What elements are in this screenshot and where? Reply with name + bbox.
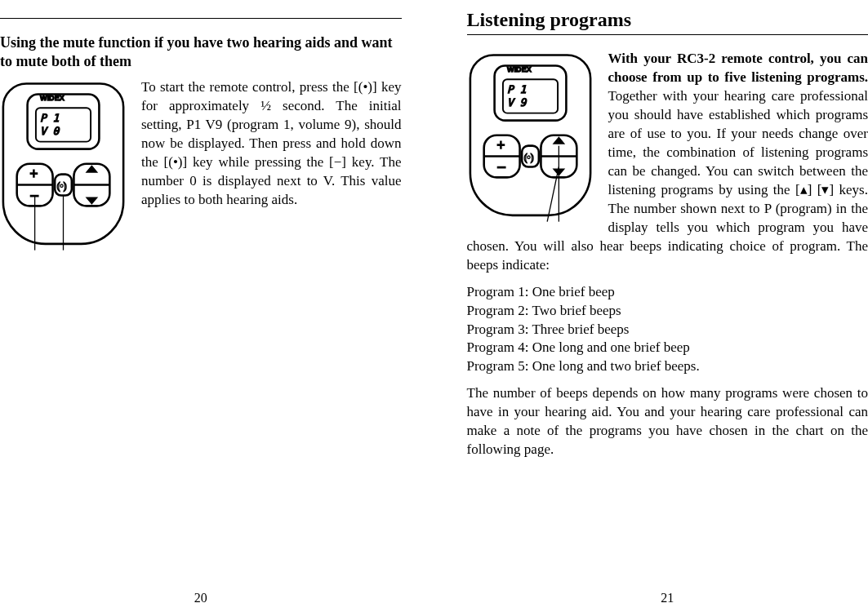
lcd-line2: V 0	[40, 125, 60, 137]
program-item: Program 5: One long and two brief beeps.	[467, 357, 869, 376]
lcd-line1: P 1	[40, 112, 60, 124]
minus-icon: −	[496, 159, 506, 177]
lcd-line2: V 9	[507, 96, 527, 109]
remote-illustration-right: WIDEX P 1 V 9 + − (•)	[467, 53, 594, 228]
program-item: Program 1: One brief beep	[467, 283, 869, 302]
brand-label: WIDEX	[507, 66, 532, 74]
left-subhead: Using the mute function if you have two …	[0, 33, 402, 70]
page-left: Using the mute function if you have two …	[0, 0, 434, 612]
program-item: Program 4: One long and one brief beep	[467, 339, 869, 357]
program-item: Program 3: Three brief beeps	[467, 321, 869, 339]
page-spread: Using the mute function if you have two …	[0, 0, 868, 612]
divider	[0, 18, 402, 19]
program-list: Program 1: One brief beep Program 2: Two…	[467, 283, 869, 377]
page-number-left: 20	[0, 589, 402, 607]
right-outro: The number of beeps depends on how many …	[467, 384, 869, 459]
right-intro-bold: With your RC3-2 remote control, you can …	[608, 51, 869, 85]
plus-icon: +	[496, 137, 505, 153]
right-title: Listening programs	[467, 7, 869, 35]
page-number-right: 21	[467, 589, 869, 607]
left-body-block: WIDEX P 1 V 0 + − (•)	[0, 78, 402, 263]
brand-label: WIDEX	[40, 94, 65, 102]
center-key-icon: (•)	[57, 181, 67, 192]
program-item: Program 2: Two brief beeps	[467, 302, 869, 321]
lcd-line1: P 1	[507, 83, 527, 95]
page-right: Listening programs WIDEX P 1 V 9 + −	[434, 0, 869, 612]
remote-illustration-left: WIDEX P 1 V 0 + − (•)	[0, 82, 127, 256]
center-key-icon: (•)	[523, 153, 533, 163]
right-body-block: WIDEX P 1 V 9 + − (•)	[467, 50, 869, 282]
plus-icon: +	[29, 166, 38, 182]
